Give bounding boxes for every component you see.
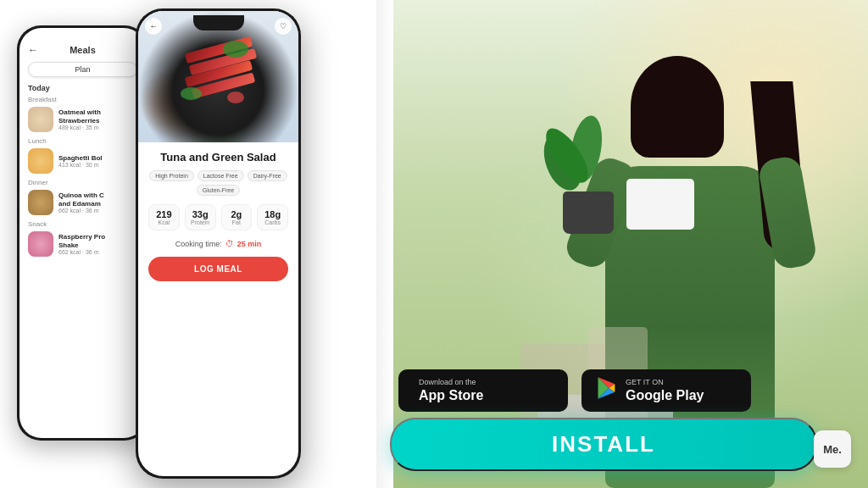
app-buttons-container: Download on the App Store GET IT ON Goog… [398,369,751,412]
background-photo [393,0,868,488]
dinner-category: Dinner [28,179,137,186]
nutrition-protein: 33g Protein [185,204,216,230]
tag-high-protein: High Protein [149,170,194,181]
meal-item-raspberry[interactable]: Raspberry ProShake 662 kcal · 36 m [28,231,137,257]
quinoa-name: Quinoa with Cand Edamam [58,191,137,208]
clock-icon: ⏱ [225,239,234,248]
meal-img-oatmeal [28,107,53,132]
lunch-category: Lunch [28,137,137,145]
protein-value: 33g [187,209,214,219]
back-arrow-icon: ← [150,22,158,30]
left-panel: ← Meals Plan Today Breakfast Oatmeal wit… [0,0,393,488]
meal-info-spaghetti: Spaghetti Bol 413 kcal · 30 m [58,154,137,169]
cooking-time: Cooking time: ⏱ 25 min [148,239,288,248]
meals-screen: ← Meals Plan Today Breakfast Oatmeal wit… [19,28,146,270]
googleplay-button[interactable]: GET IT ON Google Play [581,369,751,412]
nutrition-kcal: 219 Kcal [148,204,180,230]
recipe-title: Tuna and Green Salad [148,151,288,164]
recipe-heart-button[interactable]: ♡ [275,18,292,35]
woman-with-plant [520,0,843,488]
nutrition-fat: 2g Fat [221,204,253,230]
kcal-label: Kcal [151,219,177,225]
recipe-tags: High Protein Lactose Free Dairy-Free Glu… [148,170,288,196]
cooking-time-label: Cooking time: [175,240,222,248]
phone-foreground-mockup: ← ♡ Tuna and Green Salad High Protein La… [136,8,301,479]
meal-item-spaghetti[interactable]: Spaghetti Bol 413 kcal · 30 m [28,148,137,174]
tuna-salad-image [138,11,298,142]
googleplay-icon [595,376,619,405]
kcal-value: 219 [151,209,177,219]
breakfast-category: Breakfast [28,96,137,103]
appstore-button[interactable]: Download on the App Store [398,369,568,412]
carbs-value: 18g [259,209,286,219]
recipe-hero-image: ← ♡ [138,11,298,142]
protein-label: Protein [187,219,214,225]
tag-lactose-free: Lactose Free [198,170,244,181]
meal-img-spaghetti [28,148,53,174]
raspberry-name: Raspberry ProShake [58,233,137,249]
carbs-label: Carbs [259,219,286,225]
nutrition-carbs: 18g Carbs [257,204,288,230]
today-label: Today [28,84,137,92]
nutrition-grid: 219 Kcal 33g Protein 2g Fat 18g Carbs [148,204,288,230]
install-button-wrapper: INSTALL [390,418,817,471]
meal-info-quinoa: Quinoa with Cand Edamam 662 kcal · 36 m [58,191,137,214]
oatmeal-meta: 489 kcal · 35 m [58,125,137,130]
panel-shadow [376,0,393,488]
back-icon: ← [28,44,38,56]
fat-value: 2g [224,209,250,219]
appstore-text: Download on the App Store [419,378,483,403]
spaghetti-meta: 413 kcal · 30 m [58,162,137,168]
tag-gluten-free: Gluten-Free [197,185,240,196]
install-button[interactable]: INSTALL [390,418,817,471]
meal-img-quinoa [28,190,53,215]
recipe-back-button[interactable]: ← [145,18,162,35]
meal-item-oatmeal[interactable]: Oatmeal withStrawberries 489 kcal · 35 m [28,107,137,132]
appstore-small-text: Download on the [419,378,483,387]
fat-label: Fat [224,219,250,225]
quinoa-meta: 662 kcal · 36 m [58,208,137,214]
phone-notch [193,15,244,30]
googleplay-small-text: GET IT ON [626,378,704,387]
me-badge: Me. [814,430,851,468]
appstore-large-text: App Store [419,387,483,403]
meal-item-quinoa[interactable]: Quinoa with Cand Edamam 662 kcal · 36 m [28,190,137,215]
spaghetti-name: Spaghetti Bol [58,154,137,163]
meal-info-raspberry: Raspberry ProShake 662 kcal · 36 m [58,233,137,255]
cooking-time-value: 25 min [237,240,262,248]
plan-button[interactable]: Plan [28,62,137,77]
raspberry-meta: 662 kcal · 36 m [58,249,137,255]
tag-dairy-free: Dairy-Free [248,170,287,181]
snack-category: Snack [28,220,137,228]
phone-background-mockup: ← Meals Plan Today Breakfast Oatmeal wit… [17,25,148,441]
phone-bg-screen: ← Meals Plan Today Breakfast Oatmeal wit… [19,28,146,438]
recipe-content: Tuna and Green Salad High Protein Lactos… [138,142,298,290]
meals-title: Meals [70,45,96,55]
log-meal-button[interactable]: LOG MEAL [148,257,288,281]
googleplay-large-text: Google Play [626,387,704,403]
heart-icon: ♡ [280,22,287,30]
googleplay-text: GET IT ON Google Play [626,378,704,403]
meals-header: ← Meals [28,45,137,55]
oatmeal-name: Oatmeal withStrawberries [58,108,137,125]
meal-img-raspberry [28,231,53,257]
phone-fg-screen: ← ♡ Tuna and Green Salad High Protein La… [138,11,298,476]
meal-info-oatmeal: Oatmeal withStrawberries 489 kcal · 35 m [58,108,137,130]
